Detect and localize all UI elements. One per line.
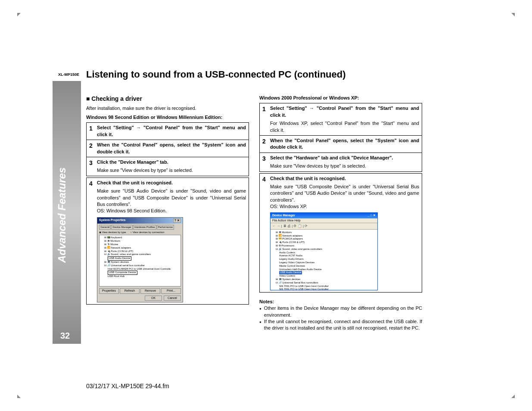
close-icon: ? ✕ (173, 218, 181, 223)
tree-item: ⊟ 🔊 Sound, video and game controllers (101, 253, 179, 256)
step-number: 1 (262, 105, 270, 134)
tab-strip: General Device Manager Hardware Profiles… (99, 225, 181, 230)
tree-item: Audio Codecs (272, 251, 376, 255)
tree-item: ⊞ 💻 System devices (101, 261, 179, 264)
model-number: XL-MP150E (58, 72, 79, 77)
properties-button: Properties (99, 288, 119, 293)
tree-item: ⊟ 🔊 Sound, video and game controllers (272, 248, 376, 251)
notes-section: Notes: Other items in the Device Manager… (259, 299, 422, 332)
step-desc: Make sure "View devices by type" is sele… (270, 163, 419, 169)
step-title: When the "Control Panel" opens, select t… (270, 137, 419, 151)
left-column: Checking a driver After installation, ma… (86, 95, 249, 332)
tree-item: ⊞ 🖥 Monitors (272, 231, 376, 234)
step-desc: Make sure "USB Composite Device" is unde… (270, 184, 419, 210)
tree-item: USB Root Hub (101, 275, 179, 278)
tree-item: ⊞ 📟 Keyboard (101, 236, 179, 240)
notes-title: Notes: (259, 299, 422, 305)
note-item: Other items in the Device Manager may be… (259, 305, 422, 318)
step-title: Click the "Device Manager" tab. (97, 159, 246, 165)
window-buttons: _ □ ✕ (368, 214, 376, 217)
tree-item: ⊞ 🖱 Mouse (101, 243, 179, 246)
win98-steps-box-2: 4 Check that the unit is recognised. Mak… (86, 177, 249, 305)
intro-text: After installation, make sure the driver… (86, 105, 249, 112)
step-title: Select the "Hardware" tab and click "Dev… (270, 155, 419, 161)
tree-item: Unimodem Half-Duplex Audio Device (272, 268, 376, 271)
tree-item: Video Codecs (272, 274, 376, 278)
step-row: 2 When the "Control Panel" opens, select… (87, 140, 249, 157)
step-title: When the "Control Panel" opens, select t… (97, 142, 246, 155)
device-tree: ⊞ 🖥 Monitors ⊞ 📶 Network adapters ⊞ 💳 PC… (271, 230, 377, 290)
tree-item: ⊞ 💻 System devices (272, 278, 376, 281)
step-desc: For Windows XP, select "Control Panel" f… (270, 120, 419, 134)
page-number: 32 (60, 331, 70, 341)
step-title: Check that the unit is recognised. (97, 180, 246, 186)
device-manager-screenshot: Device Manager _ □ ✕ File Action View He… (270, 212, 378, 290)
toolbar: ← → | 🖥 🖨 | ⚙ 📋 | ⟳ (271, 223, 377, 230)
tab-device-manager: Device Manager (111, 225, 133, 230)
tree-item: Intel 82371AB/EB PCI to USB Universal Ho… (101, 268, 179, 271)
step-row: 1 Select "Setting" → "Control Panel" fro… (260, 103, 422, 135)
ok-button: OK (145, 296, 162, 301)
footer-text: 03/12/17 XL-MP150E 29-44.fm (86, 383, 169, 389)
document-page: XL-MP150E Listening to sound from a USB-… (0, 0, 532, 411)
note-item: If the unit cannot be recognised, connec… (259, 318, 422, 332)
radio-by-type: ◉ View devices by type (99, 231, 126, 234)
refresh-button: Refresh (120, 288, 140, 293)
tab-hardware-profiles: Hardware Profiles (133, 225, 156, 230)
step-row: 3 Click the "Device Manager" tab. Make s… (87, 157, 249, 176)
step-desc: Make sure "USB Audio Device" is under "S… (97, 188, 246, 215)
win98-steps-box-1: 1 Select "Setting" → "Control Panel" fro… (86, 122, 249, 176)
step-title: Select "Setting" → "Control Panel" from … (97, 125, 246, 138)
crop-mark (17, 13, 21, 16)
step-title: Select "Setting" → "Control Panel" from … (270, 105, 419, 118)
tab-performance: Performance (157, 225, 174, 230)
window-title: System Properties (99, 218, 125, 223)
tree-item-usb-audio: USB Audio Device (272, 271, 376, 274)
step-title: Check that the unit is recognised. (270, 175, 419, 182)
crop-mark (17, 395, 21, 398)
tree-item: ⊟ 🔗 Universal serial bus controller (101, 264, 179, 268)
radio-by-connection: ○ View devices by connection (131, 231, 165, 234)
winxp-steps-box-1: 1 Select "Setting" → "Control Panel" fro… (259, 103, 422, 171)
winxp-steps-box-2: 4 Check that the unit is recognised. Mak… (259, 173, 422, 293)
tree-item: ⊟ 🔗 Universal Serial Bus controllers (272, 281, 376, 285)
page-title: Listening to sound from a USB-connected … (86, 69, 346, 80)
tree-item-usb-composite: USB Composite Device (101, 271, 179, 275)
step-row: 4 Check that the unit is recognised. Mak… (260, 174, 422, 292)
button-row: Properties Refresh Remove Print... (99, 288, 181, 293)
winxp-label: Windows 2000 Professional or Windows XP: (259, 95, 422, 101)
crop-mark (511, 395, 515, 398)
step-row: 1 Select "Setting" → "Control Panel" fro… (87, 123, 249, 140)
tree-item: ⊞ 🖥 Monitors (101, 240, 179, 243)
tree-item: SiS 7001 PCI to USB Open Host Controller (272, 288, 376, 290)
cancel-button: Cancel (164, 296, 181, 301)
window-titlebar: Device Manager _ □ ✕ (271, 213, 377, 218)
win98-label: Windows 98 Second Edition or Windows Mil… (86, 114, 249, 121)
tree-item: ⊞ ⚙ Processors (272, 244, 376, 248)
step-desc: Make sure "View devices by type" is sele… (97, 167, 246, 174)
tree-item: Media Control Devices (272, 265, 376, 268)
subheading-checking-driver: Checking a driver (86, 95, 249, 103)
step-number: 1 (89, 125, 97, 138)
step-number: 4 (262, 175, 270, 290)
step-row: 3 Select the "Hardware" tab and click "D… (260, 153, 422, 171)
step-number: 3 (89, 159, 97, 174)
step-number: 2 (262, 137, 270, 151)
window-title: Device Manager (272, 214, 295, 217)
tab-general: General (99, 225, 111, 230)
step-row: 4 Check that the unit is recognised. Mak… (87, 178, 249, 305)
remove-button: Remove (140, 288, 160, 293)
section-label: Advanced Features (56, 168, 68, 263)
tree-item: Avance AC'97 Audio (272, 254, 376, 258)
tree-item-usb-audio: USB Audio Device (101, 256, 179, 261)
right-column: Windows 2000 Professional or Windows XP:… (259, 95, 422, 332)
tree-item: ⊞ 📶 Network adapters (101, 246, 179, 250)
step-number: 2 (89, 142, 97, 155)
system-properties-screenshot: System Properties ? ✕ General Device Man… (97, 217, 183, 303)
window-titlebar: System Properties ? ✕ (97, 218, 183, 224)
menu-bar: File Action View Help (271, 218, 377, 223)
step-row: 2 When the "Control Panel" opens, select… (260, 135, 422, 153)
tree-item: SiS 7001 PCI to USB Open Host Controller (272, 285, 376, 288)
content-columns: Checking a driver After installation, ma… (86, 95, 422, 332)
print-button: Print... (161, 288, 181, 293)
